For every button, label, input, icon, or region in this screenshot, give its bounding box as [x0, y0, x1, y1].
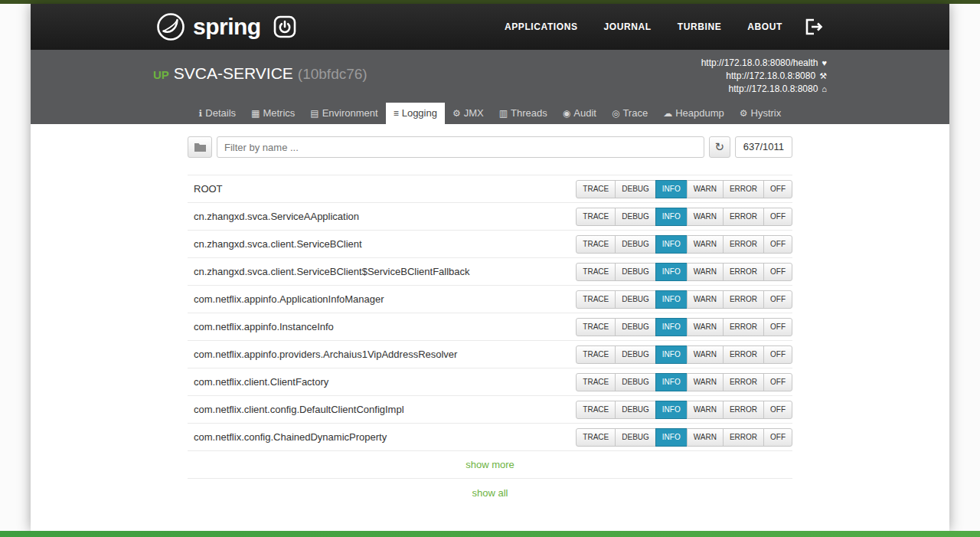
- level-button-info[interactable]: INFO: [655, 401, 688, 419]
- page-title: UPSVCA-SERVICE(10bfdc76): [153, 64, 368, 96]
- level-button-info[interactable]: INFO: [655, 208, 688, 226]
- level-button-debug[interactable]: DEBUG: [615, 263, 656, 281]
- level-button-warn[interactable]: WARN: [687, 263, 724, 281]
- level-button-off[interactable]: OFF: [763, 345, 792, 364]
- level-button-info[interactable]: INFO: [655, 180, 688, 198]
- level-button-off[interactable]: OFF: [763, 263, 792, 281]
- level-button-warn[interactable]: WARN: [687, 180, 724, 198]
- nav-item-journal[interactable]: JOURNAL: [604, 21, 652, 32]
- tab-label: Threads: [511, 107, 547, 119]
- logger-row: com.netflix.client.config.DefaultClientC…: [188, 396, 792, 424]
- level-button-off[interactable]: OFF: [763, 428, 792, 447]
- level-button-trace[interactable]: TRACE: [576, 263, 616, 281]
- level-button-group: TRACEDEBUGINFOWARNERROROFF: [576, 290, 792, 309]
- tab-environment[interactable]: ▤Environment: [302, 103, 385, 124]
- level-button-trace[interactable]: TRACE: [576, 401, 616, 419]
- level-button-off[interactable]: OFF: [763, 180, 792, 198]
- level-button-error[interactable]: ERROR: [723, 428, 764, 447]
- level-button-warn[interactable]: WARN: [687, 345, 724, 364]
- level-button-debug[interactable]: DEBUG: [615, 290, 656, 309]
- level-button-info[interactable]: INFO: [655, 373, 688, 391]
- level-button-error[interactable]: ERROR: [723, 373, 764, 391]
- level-button-trace[interactable]: TRACE: [576, 428, 616, 447]
- service-name: SVCA-SERVICE: [174, 64, 293, 82]
- level-button-trace[interactable]: TRACE: [576, 208, 616, 226]
- level-button-off[interactable]: OFF: [763, 235, 792, 254]
- level-button-debug[interactable]: DEBUG: [615, 401, 656, 419]
- level-button-off[interactable]: OFF: [763, 290, 792, 309]
- show-all-link[interactable]: show all: [472, 487, 508, 499]
- nav-item-applications[interactable]: APPLICATIONS: [505, 21, 578, 32]
- instance-link-label: http://172.18.0.8:8080: [726, 70, 815, 81]
- level-button-warn[interactable]: WARN: [687, 373, 724, 391]
- instance-header: UPSVCA-SERVICE(10bfdc76) http://172.18.0…: [31, 50, 949, 124]
- instance-link[interactable]: http://172.18.0.8:8080/health♥: [701, 57, 827, 70]
- level-button-warn[interactable]: WARN: [687, 428, 724, 447]
- level-button-info[interactable]: INFO: [655, 290, 688, 309]
- level-button-error[interactable]: ERROR: [723, 263, 764, 281]
- tab-hystrix[interactable]: ⚙Hystrix: [732, 103, 789, 124]
- trace-icon: ◎: [612, 109, 619, 118]
- tab-threads[interactable]: ▥Threads: [492, 103, 555, 124]
- instance-link-label: http://172.18.0.8:8080/health: [701, 57, 818, 68]
- level-button-off[interactable]: OFF: [763, 401, 792, 419]
- logger-name: com.netflix.appinfo.ApplicationInfoManag…: [188, 293, 384, 305]
- level-button-trace[interactable]: TRACE: [576, 318, 616, 336]
- level-button-off[interactable]: OFF: [763, 208, 792, 226]
- tab-label: JMX: [464, 107, 484, 119]
- level-button-trace[interactable]: TRACE: [576, 235, 616, 254]
- level-button-off[interactable]: OFF: [763, 373, 792, 391]
- instance-link[interactable]: http://172.18.0.8:8080⌂: [701, 83, 827, 96]
- tab-details[interactable]: ℹDetails: [191, 103, 243, 124]
- tab-label: Trace: [622, 107, 648, 119]
- level-button-debug[interactable]: DEBUG: [615, 208, 656, 226]
- audit-icon: ◉: [563, 109, 570, 118]
- tab-bar: ℹDetails▦Metrics▤Environment≡Logging⚙JMX…: [31, 103, 949, 124]
- level-button-error[interactable]: ERROR: [723, 208, 764, 226]
- package-filter-button[interactable]: [188, 136, 212, 158]
- level-button-warn[interactable]: WARN: [687, 290, 724, 309]
- tab-audit[interactable]: ◉Audit: [555, 103, 604, 124]
- logger-row: com.netflix.client.ClientFactoryTRACEDEB…: [188, 368, 792, 396]
- level-button-trace[interactable]: TRACE: [576, 290, 616, 309]
- level-button-debug[interactable]: DEBUG: [615, 428, 656, 447]
- nav-item-turbine[interactable]: TURBINE: [678, 21, 722, 32]
- level-button-warn[interactable]: WARN: [687, 318, 724, 336]
- spring-brand[interactable]: spring: [156, 12, 296, 41]
- level-button-debug[interactable]: DEBUG: [615, 373, 656, 391]
- level-button-error[interactable]: ERROR: [723, 345, 764, 364]
- level-button-debug[interactable]: DEBUG: [615, 180, 656, 198]
- level-button-trace[interactable]: TRACE: [576, 373, 616, 391]
- level-button-debug[interactable]: DEBUG: [615, 345, 656, 364]
- level-button-trace[interactable]: TRACE: [576, 345, 616, 364]
- instance-link[interactable]: http://172.18.0.8:8080⚒: [701, 70, 827, 83]
- level-button-debug[interactable]: DEBUG: [615, 235, 656, 254]
- level-button-error[interactable]: ERROR: [723, 235, 764, 254]
- filter-input[interactable]: [217, 136, 704, 158]
- level-button-warn[interactable]: WARN: [687, 235, 724, 254]
- level-button-info[interactable]: INFO: [655, 428, 688, 447]
- level-button-warn[interactable]: WARN: [687, 208, 724, 226]
- status-badge: UP: [153, 68, 169, 81]
- level-button-error[interactable]: ERROR: [723, 290, 764, 309]
- level-button-debug[interactable]: DEBUG: [615, 318, 656, 336]
- logout-button[interactable]: [804, 18, 824, 36]
- level-button-info[interactable]: INFO: [655, 263, 688, 281]
- level-button-info[interactable]: INFO: [655, 318, 688, 336]
- level-button-trace[interactable]: TRACE: [576, 180, 616, 198]
- nav-item-about[interactable]: ABOUT: [747, 21, 782, 32]
- tab-jmx[interactable]: ⚙JMX: [445, 103, 492, 124]
- tab-metrics[interactable]: ▦Metrics: [243, 103, 302, 124]
- level-button-error[interactable]: ERROR: [723, 180, 764, 198]
- level-button-info[interactable]: INFO: [655, 345, 688, 364]
- level-button-error[interactable]: ERROR: [723, 401, 764, 419]
- tab-logging[interactable]: ≡Logging: [386, 103, 445, 124]
- refresh-button[interactable]: ↻: [709, 136, 730, 158]
- tab-heapdump[interactable]: ☁Heapdump: [655, 103, 732, 124]
- level-button-info[interactable]: INFO: [655, 235, 688, 254]
- level-button-warn[interactable]: WARN: [687, 401, 724, 419]
- tab-trace[interactable]: ◎Trace: [604, 103, 655, 124]
- level-button-off[interactable]: OFF: [763, 318, 792, 336]
- level-button-error[interactable]: ERROR: [723, 318, 764, 336]
- show-more-link[interactable]: show more: [466, 459, 514, 470]
